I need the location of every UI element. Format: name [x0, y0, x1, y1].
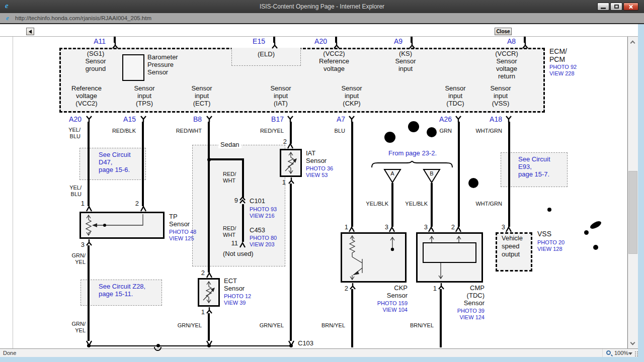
pin-symbol — [348, 226, 355, 233]
branch-a-label: A — [383, 170, 401, 177]
iat-view-link[interactable]: VIEW 53 — [306, 172, 328, 178]
connector-b17[interactable]: B17 — [254, 116, 284, 123]
iat-photo-link[interactable]: PHOTO 36 — [306, 165, 333, 172]
wire-color-label: BRN/YEL — [315, 322, 345, 329]
scrollbar-thumb[interactable] — [628, 171, 637, 254]
ecm-label-ect: Sensor input (ECT) — [181, 84, 223, 107]
ecm-label-eld: (ELD) — [231, 50, 301, 58]
c101-photo-link[interactable]: PHOTO 93 — [250, 206, 277, 213]
status-text: Done — [3, 350, 16, 356]
connector-a20-top[interactable]: A20 — [297, 38, 327, 45]
pin-symbol — [239, 241, 246, 248]
title-bar: e ISIS-Content Opening Page - Internet E… — [0, 0, 644, 13]
c103-name: C103 — [298, 339, 313, 347]
c101-view-link[interactable]: VIEW 216 — [250, 213, 275, 219]
connector-a26[interactable]: A26 — [422, 116, 452, 123]
cmp-photo-link[interactable]: PHOTO 39 — [424, 308, 485, 314]
pin-symbol — [455, 226, 462, 233]
wire-color-label: GRN/ YEL — [55, 252, 86, 265]
wire-color-label: RED/ WHT — [223, 225, 236, 238]
wire-color-label: RED/WHT — [172, 128, 202, 134]
pin-symbol — [388, 226, 395, 233]
ckp-view-link[interactable]: VIEW 104 — [347, 307, 408, 313]
see-circuit-z28-link[interactable]: See Circuit Z28, page 15-11. — [99, 283, 145, 298]
wire-grn-yel — [208, 313, 210, 341]
ecm-label-tps: Sensor input (TPS) — [123, 84, 166, 107]
pin-number: 3 — [420, 223, 428, 231]
tp-sensor-name: TP Sensor — [169, 213, 190, 228]
connector-a8[interactable]: A8 — [486, 38, 516, 45]
connector-e15[interactable]: E15 — [235, 38, 265, 45]
connector-a15[interactable]: A15 — [106, 116, 136, 123]
address-bar[interactable]: e http://techinfo.honda.com/rjanisis/RJA… — [0, 13, 644, 24]
wire-color-label: YEL/ BLU — [51, 185, 82, 198]
c453-name: C453 — [250, 226, 265, 234]
wire-color-label: GRN — [422, 128, 452, 134]
cmp-sensor-name: CMP (TDC) Sensor — [444, 284, 485, 307]
ect-photo-link[interactable]: PHOTO 12 — [224, 293, 251, 300]
not-used-label: (Not used) — [223, 250, 254, 257]
pin-number: 2 — [131, 200, 139, 207]
pin-symbol — [271, 42, 278, 49]
pin-number: 1 — [340, 223, 348, 231]
ckp-sensor-name: CKP Sensor — [367, 284, 408, 299]
wire-brn-yel — [351, 289, 353, 347]
c453-view-link[interactable]: VIEW 203 — [250, 241, 275, 248]
ecm-label-vccr: (VCCR) Sensor voltage return — [486, 50, 528, 80]
zoom-level[interactable]: 100% — [614, 350, 628, 356]
wire-color-label: WHT/GRN — [472, 201, 502, 207]
see-circuit-d47-link[interactable]: See Circuit D47, page 15-6. — [99, 151, 131, 173]
connector-a11[interactable]: A11 — [75, 38, 106, 45]
wire-grn-yel — [88, 245, 90, 341]
barometer-sensor-box — [122, 54, 144, 81]
connector-b8[interactable]: B8 — [172, 116, 202, 123]
pin-symbol — [428, 226, 435, 233]
cmp-view-link[interactable]: VIEW 124 — [424, 314, 485, 321]
connector-a18[interactable]: A18 — [472, 116, 502, 123]
branch-b-label: B — [423, 170, 441, 177]
maximize-button[interactable] — [610, 3, 622, 11]
pin-symbol — [206, 272, 213, 279]
close-page-button[interactable]: Close — [495, 28, 512, 35]
ecm-label-tdc: Sensor input (TDC) — [434, 84, 476, 107]
vss-view-link[interactable]: VIEW 128 — [537, 246, 562, 252]
close-window-button[interactable] — [623, 3, 638, 11]
tp-view-link[interactable]: VIEW 125 — [169, 235, 194, 242]
minimize-button[interactable] — [597, 3, 609, 11]
pin-symbol — [206, 307, 213, 314]
c453-photo-link[interactable]: PHOTO 80 — [250, 235, 277, 241]
pin-symbol — [455, 115, 462, 122]
ecm-label-barometer: Barometer Pressure Sensor — [147, 53, 178, 76]
wire-yel-blk — [391, 183, 393, 227]
pin-symbol — [287, 115, 294, 122]
wire-yel-blu — [88, 122, 90, 206]
from-page-link[interactable]: From page 23-2. — [372, 149, 453, 157]
ecm-view-link[interactable]: VIEW 228 — [549, 70, 575, 77]
pin-symbol — [505, 115, 512, 122]
see-circuit-e93-link[interactable]: See Circuit E93, page 15-7. — [518, 155, 550, 178]
wire-color-label: YEL/BLK — [397, 201, 428, 207]
tp-photo-link[interactable]: PHOTO 48 — [169, 229, 196, 235]
ckp-photo-link[interactable]: PHOTO 159 — [347, 300, 408, 307]
ink-speck — [408, 121, 419, 132]
back-arrow-icon — [29, 30, 32, 34]
connector-a7[interactable]: A7 — [315, 116, 345, 123]
pin-number: 1 — [278, 178, 286, 186]
pin-number: 1 — [429, 285, 437, 292]
status-separator — [602, 349, 603, 357]
ecm-photo-link[interactable]: PHOTO 92 — [549, 64, 577, 70]
junction-dot — [207, 158, 211, 161]
vss-photo-link[interactable]: PHOTO 20 — [537, 239, 565, 246]
pin-number: 9 — [230, 197, 238, 204]
c103-splice-line — [89, 345, 291, 346]
zoom-caret-icon[interactable] — [628, 352, 632, 355]
connector-a9[interactable]: A9 — [372, 38, 403, 45]
pin-symbol — [409, 42, 416, 49]
ink-speck — [593, 245, 598, 250]
ect-sensor-name: ECT Sensor — [224, 277, 245, 292]
back-button[interactable] — [26, 28, 34, 35]
ect-view-link[interactable]: VIEW 39 — [224, 300, 246, 306]
connector-a20[interactable]: A20 — [51, 116, 82, 123]
pin-symbol — [140, 115, 147, 122]
zoom-magnifier-icon[interactable] — [606, 350, 611, 355]
